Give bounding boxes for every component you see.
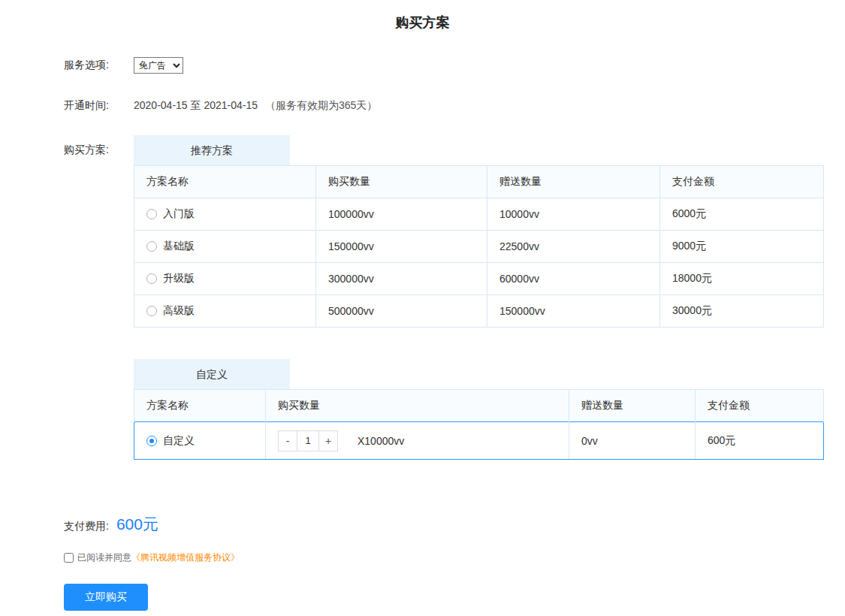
column-header-buy-qty: 购买数量 bbox=[316, 166, 487, 198]
price-cell: 6000元 bbox=[660, 198, 824, 231]
service-option-select[interactable]: 免广告 bbox=[134, 57, 183, 74]
column-header-price: 支付金额 bbox=[696, 390, 824, 422]
table-row-plan-upgrade[interactable]: 升级版 300000vv 60000vv 18000元 bbox=[134, 263, 824, 295]
gift-qty-cell: 150000vv bbox=[487, 295, 660, 328]
recommended-plans-table: 方案名称 购买数量 赠送数量 支付金额 入门版 bbox=[134, 165, 824, 328]
radio-plan-advanced[interactable] bbox=[146, 306, 157, 316]
plan-name: 升级版 bbox=[163, 272, 195, 285]
page-title: 购买方案 bbox=[0, 0, 845, 32]
table-header-row: 方案名称 购买数量 赠送数量 支付金额 bbox=[134, 390, 824, 422]
radio-plan-basic[interactable] bbox=[146, 241, 157, 252]
service-option-row: 服务选项: 免广告 bbox=[64, 57, 823, 74]
price-cell: 18000元 bbox=[660, 263, 824, 295]
agreement-link[interactable]: 《腾讯视频增值服务协议》 bbox=[131, 551, 240, 564]
table-header-row: 方案名称 购买数量 赠送数量 支付金额 bbox=[134, 166, 824, 198]
column-header-gift-qty: 赠送数量 bbox=[569, 390, 696, 422]
open-time-label: 开通时间: bbox=[64, 99, 134, 113]
custom-plan-tab[interactable]: 自定义 bbox=[134, 359, 290, 389]
purchase-page: 购买方案 服务选项: 免广告 开通时间: 2020-04-15 至 2021-0… bbox=[0, 0, 845, 616]
stepper-decrease-button[interactable]: - bbox=[278, 430, 297, 451]
price-cell: 30000元 bbox=[660, 295, 824, 328]
payment-total-row: 支付费用: 600元 bbox=[64, 514, 823, 535]
gift-qty-cell: 22500vv bbox=[487, 231, 660, 263]
open-time-range: 2020-04-15 至 2021-04-15 bbox=[134, 99, 258, 113]
plan-name: 高级版 bbox=[163, 304, 195, 318]
payment-amount: 600元 bbox=[116, 514, 158, 535]
agreement-checkbox[interactable] bbox=[64, 553, 74, 563]
column-header-plan-name: 方案名称 bbox=[134, 390, 266, 422]
column-header-buy-qty: 购买数量 bbox=[266, 390, 569, 422]
gift-qty-cell: 10000vv bbox=[487, 198, 660, 231]
price-cell: 9000元 bbox=[660, 231, 824, 263]
quantity-unit: X10000vv bbox=[358, 435, 404, 447]
stepper-increase-button[interactable]: + bbox=[318, 430, 338, 451]
radio-plan-custom[interactable] bbox=[146, 436, 157, 446]
service-option-label: 服务选项: bbox=[64, 59, 134, 72]
buy-qty-cell: 150000vv bbox=[316, 231, 487, 263]
price-cell: 600元 bbox=[696, 422, 824, 460]
table-row-plan-advanced[interactable]: 高级版 500000vv 150000vv 30000元 bbox=[134, 295, 824, 328]
recommended-plans-tab[interactable]: 推荐方案 bbox=[134, 135, 290, 165]
table-row-plan-basic[interactable]: 基础版 150000vv 22500vv 9000元 bbox=[134, 231, 824, 263]
buy-qty-cell: 300000vv bbox=[316, 263, 487, 295]
open-time-note: （服务有效期为365天） bbox=[265, 99, 377, 113]
quantity-stepper: - + bbox=[278, 430, 338, 451]
column-header-price: 支付金额 bbox=[660, 166, 824, 198]
quantity-input[interactable] bbox=[297, 430, 318, 451]
column-header-plan-name: 方案名称 bbox=[134, 166, 316, 198]
radio-plan-upgrade[interactable] bbox=[146, 273, 157, 284]
open-time-row: 开通时间: 2020-04-15 至 2021-04-15 （服务有效期为365… bbox=[64, 99, 823, 113]
buy-qty-cell: 100000vv bbox=[316, 198, 487, 231]
plan-section-label: 购买方案: bbox=[64, 135, 134, 157]
agreement-row: 已阅读并同意 《腾讯视频增值服务协议》 bbox=[64, 551, 823, 564]
column-header-gift-qty: 赠送数量 bbox=[487, 166, 660, 198]
plan-name: 自定义 bbox=[163, 434, 195, 448]
buy-qty-cell: 500000vv bbox=[316, 295, 487, 328]
custom-plan-table: 方案名称 购买数量 赠送数量 支付金额 bbox=[134, 389, 824, 460]
gift-qty-cell: 0vv bbox=[569, 422, 696, 460]
plan-section: 购买方案: 推荐方案 方案名称 购买数量 赠送数量 支付金额 bbox=[64, 135, 823, 460]
plan-name: 基础版 bbox=[163, 240, 195, 253]
table-row-plan-custom[interactable]: 自定义 - + bbox=[134, 422, 824, 460]
custom-plan-section: 自定义 方案名称 购买数量 赠送数量 支付金额 bbox=[134, 359, 823, 460]
payment-label: 支付费用: bbox=[64, 520, 109, 533]
buy-now-button[interactable]: 立即购买 bbox=[64, 584, 148, 611]
plan-name: 入门版 bbox=[163, 207, 195, 221]
gift-qty-cell: 60000vv bbox=[487, 263, 660, 295]
table-row-plan-entry[interactable]: 入门版 100000vv 10000vv 6000元 bbox=[134, 198, 824, 231]
agreement-text: 已阅读并同意 bbox=[77, 551, 131, 564]
radio-plan-entry[interactable] bbox=[146, 209, 157, 219]
